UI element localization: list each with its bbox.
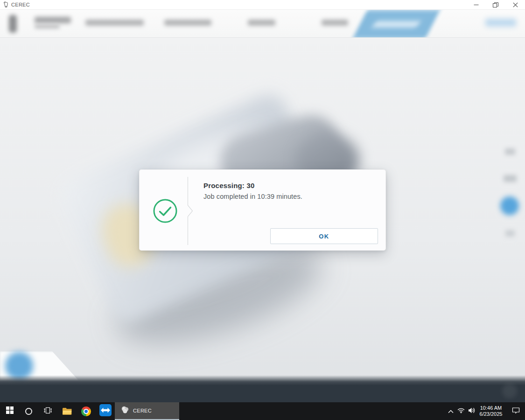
close-button[interactable] <box>505 0 525 10</box>
cortana-search-button[interactable] <box>19 402 38 420</box>
check-circle-icon <box>153 198 178 224</box>
cerec-tooth-icon <box>120 405 130 416</box>
tray-expand-button[interactable] <box>446 402 456 420</box>
chevron-up-icon <box>448 407 454 415</box>
nav-phase-2-blurred <box>164 20 211 26</box>
ok-button[interactable]: OK <box>270 228 378 244</box>
side-tool-icon-1-blurred <box>505 148 515 155</box>
dialog-title: Processing: 30 <box>203 182 255 189</box>
action-center-button[interactable] <box>506 402 525 420</box>
file-explorer-icon <box>63 408 72 415</box>
task-view-button[interactable] <box>38 402 57 420</box>
phase-navigation-bar <box>0 10 525 38</box>
side-tool-active-blurred <box>500 196 519 215</box>
action-center-icon <box>512 407 520 416</box>
window-title: CEREC <box>11 2 30 7</box>
cortana-search-icon <box>25 408 32 415</box>
side-tool-icon-3-blurred <box>505 230 515 237</box>
network-button[interactable] <box>456 402 466 420</box>
nav-phase-4-blurred <box>322 20 348 26</box>
nav-phase-1-blurred <box>85 20 144 26</box>
start-icon <box>6 406 14 416</box>
minimize-button[interactable] <box>466 0 486 10</box>
wifi-icon <box>457 407 465 415</box>
bottom-toolbar-icon-blurred <box>502 384 517 399</box>
cerec-tooth-icon <box>2 1 10 10</box>
taskbar-clock[interactable]: 10:46 AM 6/23/2025 <box>477 405 506 417</box>
bottom-toolbar <box>0 375 525 402</box>
divider-chevron <box>187 177 194 245</box>
clock-date: 6/23/2025 <box>477 411 504 417</box>
cerec-app-window: CEREC <box>0 0 525 420</box>
nav-active-phase-blurred <box>352 10 440 38</box>
nav-active-phase-label-blurred <box>372 21 420 27</box>
volume-button[interactable] <box>466 402 477 420</box>
volume-icon <box>468 407 476 415</box>
nav-right-action-blurred <box>485 19 516 27</box>
teamviewer-icon <box>99 404 112 418</box>
file-explorer-button[interactable] <box>57 402 77 420</box>
window-controls <box>466 0 525 10</box>
task-view-icon <box>44 407 52 416</box>
patient-name-blurred <box>35 17 71 23</box>
chrome-icon <box>81 406 91 416</box>
nav-phase-3-blurred <box>248 20 275 26</box>
chrome-button[interactable] <box>77 402 96 420</box>
restore-button[interactable] <box>486 0 505 10</box>
processing-complete-dialog: Processing: 30 Job completed in 10:39 mi… <box>139 169 386 251</box>
clock-time: 10:46 AM <box>477 405 504 411</box>
patient-info-blurred <box>35 25 60 28</box>
teamviewer-button[interactable] <box>96 402 115 420</box>
start-button[interactable] <box>0 402 19 420</box>
system-tray: 10:46 AM 6/23/2025 <box>446 402 525 420</box>
dialog-message: Job completed in 10:39 minutes. <box>203 193 302 200</box>
title-bar: CEREC <box>0 0 525 10</box>
taskbar-cerec-label: CEREC <box>133 408 152 413</box>
windows-taskbar: CEREC <box>0 402 525 420</box>
menu-icon <box>9 15 17 33</box>
side-tool-icon-2-blurred <box>504 175 517 182</box>
taskbar-cerec-app[interactable]: CEREC <box>115 402 179 420</box>
